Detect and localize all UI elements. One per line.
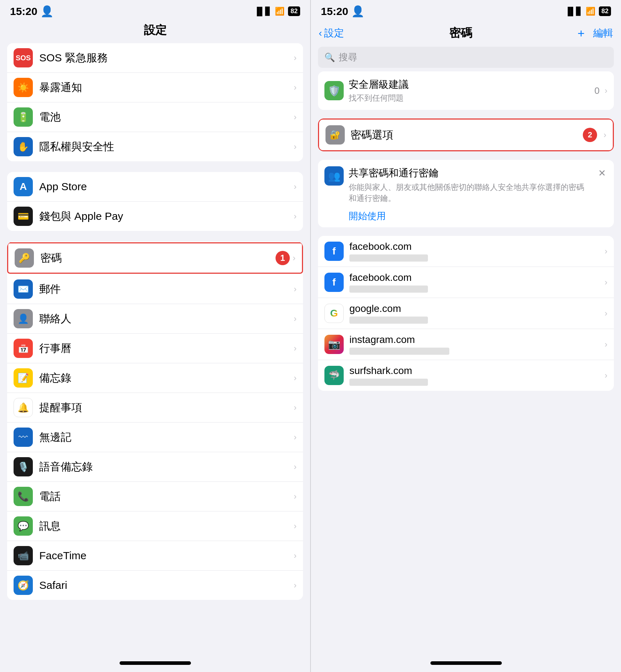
search-icon: 🔍 [324, 52, 335, 62]
sidebar-item-freeform[interactable]: 〰 無邊記 › [7, 423, 303, 452]
phone-label: 電話 [39, 489, 291, 504]
sidebar-item-appstore[interactable]: A App Store › [7, 172, 303, 202]
passwords-chevron: › [293, 253, 296, 263]
entry-info: facebook.com [349, 272, 605, 293]
battery-chevron: › [294, 112, 297, 122]
sidebar-item-contacts[interactable]: 👤 聯絡人 › [7, 304, 303, 334]
nav-actions: + 編輯 [577, 26, 613, 40]
shared-row: 👥 共享密碼和通行密鑰 你能與家人、朋友或其他關係密切的聯絡人安全地共享你選擇的… [324, 166, 607, 204]
sidebar-item-battery[interactable]: 🔋 電池 › [7, 102, 303, 132]
entry-domain: surfshark.com [349, 365, 605, 377]
left-battery: 82 [288, 6, 300, 16]
reminders-icon: 🔔 [14, 398, 33, 417]
contacts-icon: 👤 [14, 309, 33, 328]
calendar-icon: 📅 [14, 339, 33, 358]
edit-button[interactable]: 編輯 [593, 26, 613, 40]
security-recommendation-card[interactable]: 🛡️ 安全層級建議 找不到任何問題 0 › [318, 71, 614, 110]
freeform-chevron: › [294, 432, 297, 442]
sidebar-item-wallet[interactable]: 💳 錢包與 Apple Pay › [7, 202, 303, 231]
voicememos-chevron: › [294, 462, 297, 472]
sidebar-item-exposure[interactable]: ☀️ 暴露通知 › [7, 73, 303, 102]
mail-chevron: › [294, 284, 297, 294]
safari-icon: 🧭 [14, 576, 33, 595]
list-item[interactable]: 🦈 surfshark.com › [318, 360, 614, 391]
left-status-right: ▐▌▊ 📶 82 [254, 6, 300, 16]
notes-label: 備忘錄 [39, 371, 291, 385]
privacy-icon: ✋ [14, 137, 33, 156]
list-item[interactable]: f facebook.com › [318, 236, 614, 267]
entry-username-blur [349, 286, 428, 293]
sidebar-item-facetime[interactable]: 📹 FaceTime › [7, 541, 303, 571]
sos-label: SOS 緊急服務 [39, 51, 291, 65]
left-settings-list: SOS SOS 緊急服務 › ☀️ 暴露通知 › 🔋 電池 › [0, 43, 310, 656]
sidebar-item-sos[interactable]: SOS SOS 緊急服務 › [7, 43, 303, 73]
shared-desc: 你能與家人、朋友或其他關係密切的聯絡人安全地共享你選擇的密碼和通行密鑰。 [349, 182, 592, 204]
entry-info: facebook.com [349, 241, 605, 262]
left-home-bar [120, 661, 191, 665]
list-item[interactable]: f facebook.com › [318, 267, 614, 298]
password-options-card: 🔐 密碼選項 2 › [318, 118, 614, 151]
contacts-label: 聯絡人 [39, 312, 291, 326]
appstore-chevron: › [294, 182, 297, 192]
contacts-chevron: › [294, 314, 297, 324]
right-status-bar: 15:20 👤 ▐▌▊ 📶 82 [311, 0, 621, 20]
entry-domain: instagram.com [349, 334, 605, 345]
sidebar-item-reminders[interactable]: 🔔 提醒事項 › [7, 393, 303, 423]
sidebar-item-privacy[interactable]: ✋ 隱私權與安全性 › [7, 132, 303, 161]
entry-chevron: › [605, 370, 607, 380]
sidebar-item-messages[interactable]: 💬 訊息 › [7, 511, 303, 541]
right-home-bar [430, 661, 502, 665]
shared-close-button[interactable]: ✕ [597, 166, 607, 180]
sidebar-item-notes[interactable]: 📝 備忘錄 › [7, 363, 303, 393]
sidebar-item-passwords[interactable]: 🔑 密碼 1 › [7, 242, 303, 274]
right-person-icon: 👤 [351, 5, 364, 17]
calendar-chevron: › [294, 343, 297, 353]
security-chevron: › [605, 86, 607, 96]
entry-info: google.com [349, 303, 605, 324]
entry-username-blur [349, 317, 428, 324]
entry-domain: facebook.com [349, 272, 605, 283]
sos-chevron: › [294, 53, 297, 63]
left-status-bar: 15:20 👤 ▐▌▊ 📶 82 [0, 0, 310, 20]
entry-info: instagram.com [349, 334, 605, 355]
security-row: 🛡️ 安全層級建議 找不到任何問題 0 › [324, 78, 607, 103]
sidebar-item-calendar[interactable]: 📅 行事曆 › [7, 334, 303, 363]
left-page-title: 設定 [0, 20, 310, 43]
chevron-left-icon: ‹ [319, 27, 322, 39]
sidebar-item-phone[interactable]: 📞 電話 › [7, 482, 303, 511]
security-icon: 🛡️ [324, 81, 344, 100]
freeform-label: 無邊記 [39, 430, 291, 445]
search-bar[interactable]: 🔍 搜尋 [318, 47, 614, 68]
add-button[interactable]: + [577, 26, 585, 40]
shared-start-button[interactable]: 開始使用 [324, 210, 607, 222]
wallet-chevron: › [294, 211, 297, 221]
right-panel: 15:20 👤 ▐▌▊ 📶 82 ‹ 設定 密碼 + 編輯 🔍 搜尋 [311, 0, 621, 672]
facebook-icon: f [324, 242, 344, 261]
pw-options-icon: 🔐 [325, 125, 345, 145]
messages-label: 訊息 [39, 519, 291, 534]
list-item[interactable]: G google.com › [318, 298, 614, 329]
battery-icon: 🔋 [14, 107, 33, 127]
password-options-row[interactable]: 🔐 密碼選項 2 › [318, 118, 614, 151]
entry-chevron: › [605, 277, 607, 287]
sidebar-item-voicememos[interactable]: 🎙️ 語音備忘錄 › [7, 452, 303, 482]
pw-options-chevron: › [604, 130, 606, 140]
security-title: 安全層級建議 [349, 78, 590, 91]
sidebar-item-safari[interactable]: 🧭 Safari › [7, 571, 303, 600]
back-button[interactable]: ‹ 設定 [319, 26, 344, 40]
pw-options-badge: 2 [583, 128, 597, 142]
notes-chevron: › [294, 373, 297, 383]
right-status-right: ▐▌▊ 📶 82 [565, 6, 611, 16]
freeform-icon: 〰 [14, 428, 33, 447]
reminders-label: 提醒事項 [39, 400, 291, 415]
list-item[interactable]: 📷 instagram.com › [318, 329, 614, 360]
section-apps: 🔑 密碼 1 › ✉️ 郵件 › 👤 聯絡人 › [7, 242, 303, 600]
entry-domain: google.com [349, 303, 605, 314]
google-icon: G [324, 304, 344, 323]
safari-label: Safari [39, 579, 291, 591]
search-container: 🔍 搜尋 [311, 43, 621, 71]
passwords-badge: 1 [276, 251, 290, 265]
sidebar-item-mail[interactable]: ✉️ 郵件 › [7, 274, 303, 304]
shared-title: 共享密碼和通行密鑰 [349, 166, 592, 180]
surfshark-icon: 🦈 [324, 366, 344, 385]
